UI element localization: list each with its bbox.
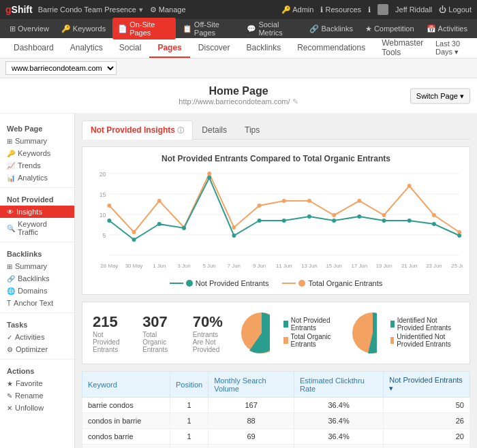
sidebar-item-keywords[interactable]: 🔑 Keywords	[0, 147, 74, 159]
table-row: barrie condos 2 167 12.5% 17	[82, 445, 470, 449]
svg-point-28	[207, 176, 211, 180]
pie2-swatch-identified	[390, 321, 395, 327]
grid2-icon: ⊞	[7, 263, 12, 270]
nav-on-site-pages[interactable]: 📄 On-Site Pages	[112, 18, 176, 39]
sidebar-divider-1	[0, 187, 74, 188]
sidebar-item-trends[interactable]: 📈 Trends	[0, 159, 74, 172]
cell-estimated-clickthru-rate: 36.4%	[294, 429, 384, 445]
brand-selector[interactable]: Barrie Condo Team Presence ▾	[38, 5, 143, 14]
third-nav: Dashboard Analytics Social Pages Discove…	[0, 38, 477, 59]
sidebar-item-bl-backlinks[interactable]: 🔗 Backlinks	[0, 272, 74, 285]
sidebar-item-favorite[interactable]: ★ Favorite	[0, 377, 74, 389]
sidebar-item-bl-summary[interactable]: ⊞ Summary	[0, 260, 74, 272]
svg-text:5 Jun: 5 Jun	[203, 263, 216, 269]
sidebar-item-rename[interactable]: ✎ Rename	[0, 389, 74, 402]
tab-dashboard[interactable]: Dashboard	[5, 39, 62, 58]
info-icon: ℹ	[368, 5, 371, 14]
nav-backlinks[interactable]: 🔗 Backlinks	[304, 22, 358, 36]
svg-point-9	[107, 204, 111, 208]
tab-pages[interactable]: Pages	[149, 39, 189, 58]
nav-social-metrics[interactable]: 💬 Social Metrics	[241, 18, 303, 39]
svg-point-26	[157, 222, 161, 226]
search-icon: 🔍	[7, 225, 15, 232]
grid-icon: ⊞	[7, 138, 12, 145]
manage-link[interactable]: ⚙ Manage	[150, 5, 186, 14]
pie-chart-1-area: Not Provided Entrants Total Organic Entr…	[238, 309, 349, 357]
pie-chart-1	[238, 309, 270, 357]
tab-backlinks[interactable]: Backlinks	[238, 39, 289, 58]
th-not-provided-entrants[interactable]: Not Provided Entrants ▾	[384, 372, 470, 398]
brand-caret: ▾	[139, 5, 143, 14]
sidebar-item-analytics[interactable]: 📊 Analytics	[0, 172, 74, 184]
date-range-selector[interactable]: Last 30 Days ▾	[435, 39, 472, 57]
svg-text:10: 10	[99, 212, 106, 219]
svg-point-29	[232, 234, 236, 238]
edit-icon[interactable]: ✎	[292, 97, 298, 106]
svg-point-16	[282, 199, 286, 203]
svg-text:23 Jun: 23 Jun	[426, 263, 442, 269]
stat-not-provided: 215 Not Provided Entrants	[82, 313, 132, 353]
sidebar-item-summary[interactable]: ⊞ Summary	[0, 135, 74, 147]
text-icon: T	[7, 300, 11, 307]
pie1-swatch-not-provided	[283, 321, 288, 327]
page-title: Home Page	[7, 85, 470, 97]
link-icon: 🔗	[7, 275, 15, 283]
eye-icon: 👁	[7, 208, 14, 216]
table-row: condos barrie 1 69 36.4% 20	[82, 429, 470, 445]
nav-overview[interactable]: ⊞ Overview	[4, 22, 55, 36]
svg-point-18	[332, 213, 336, 217]
sidebar-section-web-page: Web Page	[0, 121, 74, 135]
gear-icon: ⚙	[7, 346, 13, 353]
page-header: Home Page http://www.barriecondoteam.com…	[0, 78, 477, 114]
cell-estimated-clickthru-rate: 12.5%	[294, 445, 384, 449]
th-estimated-clickthru-rate[interactable]: Estimated Clickthru Rate	[294, 372, 384, 398]
logout-link[interactable]: ⏻ Logout	[439, 5, 472, 14]
sidebar-section-backlinks: Backlinks	[0, 246, 74, 260]
nav-keywords[interactable]: 🔑 Keywords	[56, 22, 111, 36]
sidebar-divider-3	[0, 313, 74, 313]
legend-total-organic: Total Organic Entrants	[282, 279, 382, 287]
svg-point-11	[157, 199, 161, 203]
svg-text:7 Jun: 7 Jun	[228, 263, 241, 269]
svg-point-36	[407, 219, 412, 223]
stats-row: 215 Not Provided Entrants 307 Total Orga…	[82, 302, 470, 364]
th-monthly-search-volume[interactable]: Monthly Search Volume	[209, 372, 294, 398]
content-tab-details[interactable]: Details	[193, 121, 236, 139]
tab-recommendations[interactable]: Recommendations	[289, 39, 373, 58]
sidebar-item-activities[interactable]: ✓ Activities	[0, 331, 74, 343]
svg-point-37	[432, 222, 436, 226]
th-keyword[interactable]: Keyword	[82, 372, 170, 398]
table-row: barrie condos 1 167 36.4% 50	[82, 398, 470, 413]
sidebar-item-domains[interactable]: 🌐 Domains	[0, 285, 74, 297]
content-area: Not Provided Insights ⓘ Details Tips Not…	[75, 114, 477, 448]
resources-link[interactable]: ℹ Resources	[320, 5, 361, 14]
switch-page-button[interactable]: Switch Page ▾	[410, 88, 470, 103]
sidebar-item-optimizer[interactable]: ⚙ Optimizer	[0, 343, 74, 355]
tab-analytics[interactable]: Analytics	[62, 39, 111, 58]
cell-position: 1	[170, 413, 209, 429]
sidebar-item-anchor-text[interactable]: T Anchor Text	[0, 297, 74, 309]
sidebar-item-unfollow[interactable]: ✕ Unfollow	[0, 402, 74, 414]
tab-discover[interactable]: Discover	[190, 39, 238, 58]
svg-text:30 May: 30 May	[125, 263, 143, 269]
sidebar-divider-2	[0, 242, 74, 242]
svg-text:20: 20	[99, 171, 106, 178]
svg-point-19	[357, 199, 361, 203]
sidebar-item-keyword-traffic[interactable]: 🔍 Keyword Traffic	[0, 218, 74, 238]
globe-icon: 🌐	[7, 287, 15, 295]
svg-point-27	[182, 226, 186, 230]
sidebar-section-not-provided: Not Provided	[0, 191, 74, 206]
tab-social[interactable]: Social	[111, 39, 150, 58]
cell-keyword: condos barrie	[82, 429, 170, 445]
cell-keyword: barrie condos	[82, 445, 170, 449]
nav-off-site-pages[interactable]: 📋 Off-Site Pages	[177, 18, 241, 39]
content-tab-tips[interactable]: Tips	[236, 121, 268, 139]
th-position[interactable]: Position	[170, 372, 209, 398]
content-tab-not-provided-insights[interactable]: Not Provided Insights ⓘ	[82, 121, 193, 140]
content-tabs: Not Provided Insights ⓘ Details Tips	[82, 121, 470, 140]
pie2-swatch-unidentified	[390, 337, 395, 344]
sidebar-item-insights[interactable]: 👁 Insights	[0, 206, 74, 218]
admin-link[interactable]: 🔑 Admin	[281, 5, 314, 14]
url-select[interactable]: www.barriecondoteam.com	[5, 61, 117, 75]
tab-webmaster-tools[interactable]: Webmaster Tools	[373, 34, 435, 63]
